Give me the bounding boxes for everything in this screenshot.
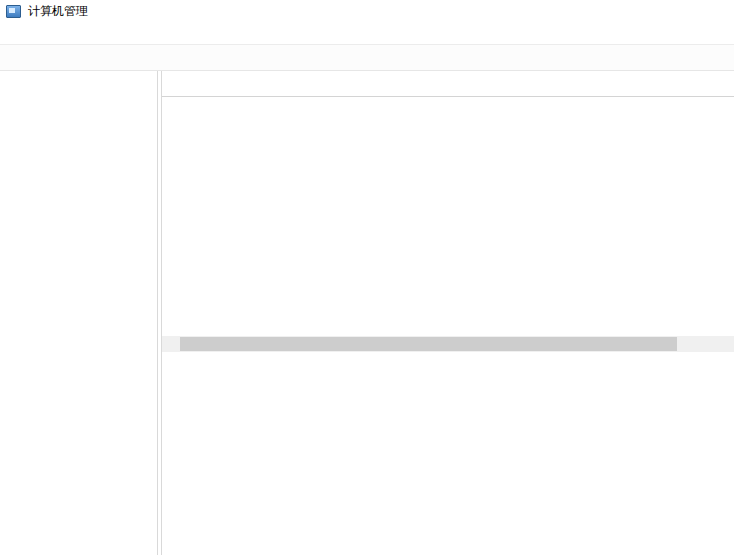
toolbar xyxy=(0,45,734,71)
scroll-left-arrow[interactable] xyxy=(162,336,178,352)
scroll-right-arrow[interactable] xyxy=(718,336,734,352)
window-title: 计算机管理 xyxy=(28,3,88,20)
scrollbar-thumb[interactable] xyxy=(180,337,677,351)
menu-bar xyxy=(0,22,734,45)
main-area xyxy=(0,71,734,555)
details-pane xyxy=(161,71,734,555)
scrollbar-track[interactable] xyxy=(178,336,718,352)
title-bar: 计算机管理 xyxy=(0,0,734,22)
volume-list-header xyxy=(162,77,734,97)
console-tree xyxy=(0,71,158,555)
horizontal-scrollbar[interactable] xyxy=(162,336,734,352)
disk-graphical-view xyxy=(162,352,734,555)
volume-list xyxy=(162,71,734,352)
app-icon xyxy=(6,5,21,18)
